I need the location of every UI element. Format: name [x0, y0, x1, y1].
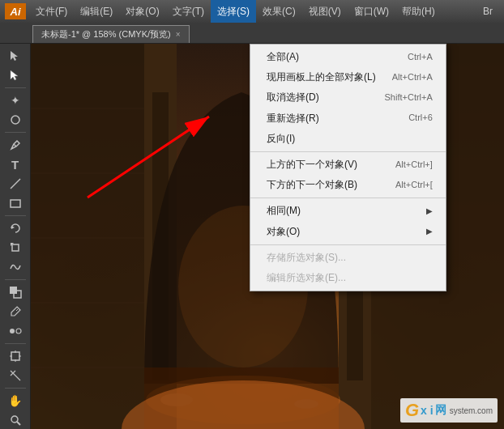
tool-type[interactable]: T — [4, 155, 27, 173]
menu-text[interactable]: 文字(T) — [166, 0, 211, 23]
menu-item-all[interactable]: 全部(A) Ctrl+A — [250, 47, 446, 67]
select-menu-dropdown: 全部(A) Ctrl+A 现用画板上的全部对象(L) Alt+Ctrl+A 取消… — [250, 44, 446, 291]
menu-item-reselect[interactable]: 重新选择(R) Ctrl+6 — [250, 108, 446, 129]
svg-line-9 — [16, 309, 18, 311]
tool-rect[interactable] — [4, 194, 27, 212]
menu-item-same[interactable]: 相同(M) ▶ — [250, 201, 446, 221]
menu-bar: 文件(F) 编辑(E) 对象(O) 文字(T) 选择(S) 效果(C) 视图(V… — [29, 0, 499, 23]
toolbar-separator-4 — [5, 279, 26, 280]
menu-separator-3 — [250, 244, 446, 245]
tool-zoom[interactable] — [4, 411, 27, 429]
menu-item-edit-selection: 编辑所选对象(E)... — [250, 268, 446, 288]
tool-eyedropper[interactable] — [4, 303, 27, 321]
tool-artboard[interactable] — [4, 347, 27, 365]
menu-item-active-artboard[interactable]: 现用画板上的全部对象(L) Alt+Ctrl+A — [250, 67, 446, 87]
watermark: G x i 网 system.com — [400, 398, 498, 423]
menu-separator-1 — [250, 151, 446, 152]
menu-edit[interactable]: 编辑(E) — [74, 0, 119, 23]
menu-view[interactable]: 视图(V) — [302, 0, 348, 23]
menu-item-next-above[interactable]: 上方的下一个对象(V) Alt+Ctrl+] — [250, 155, 446, 175]
svg-point-11 — [16, 329, 21, 333]
menu-help[interactable]: 帮助(H) — [395, 0, 442, 23]
tool-warp[interactable] — [4, 258, 27, 276]
menu-object[interactable]: 对象(O) — [119, 0, 165, 23]
svg-line-3 — [11, 179, 20, 189]
tool-pen[interactable] — [4, 136, 27, 154]
tool-blend[interactable] — [4, 322, 27, 340]
toolbar-separator-3 — [5, 215, 26, 216]
tab-close-button[interactable]: × — [176, 30, 181, 39]
menu-window[interactable]: 窗口(W) — [348, 0, 395, 23]
watermark-logo-xi: x i — [421, 404, 434, 417]
tab-bar: 未标题-1* @ 158% (CMYK/预览) × — [0, 23, 504, 44]
app-logo: Ai — [5, 3, 26, 19]
tool-scale[interactable] — [4, 239, 27, 257]
title-bar: Ai 文件(F) 编辑(E) 对象(O) 文字(T) 选择(S) 效果(C) 视… — [0, 0, 504, 23]
toolbar-separator-6 — [5, 388, 26, 389]
watermark-logo-g: G — [405, 400, 419, 421]
document-tab[interactable]: 未标题-1* @ 158% (CMYK/预览) × — [32, 25, 190, 43]
menu-separator-2 — [250, 198, 446, 198]
svg-rect-4 — [11, 200, 20, 207]
menu-item-save-selection: 存储所选对象(S)... — [250, 248, 446, 268]
menu-item-object[interactable]: 对象(O) ▶ — [250, 222, 446, 242]
canvas-area: 全部(A) Ctrl+A 现用画板上的全部对象(L) Alt+Ctrl+A 取消… — [31, 44, 504, 429]
tool-rotate[interactable] — [4, 219, 27, 237]
svg-point-2 — [11, 116, 19, 124]
main-area: ✦ T — [0, 44, 504, 429]
watermark-logo-site: 网 — [435, 403, 446, 418]
tool-line[interactable] — [4, 175, 27, 193]
tool-fill[interactable] — [4, 283, 27, 301]
tool-lasso[interactable] — [4, 111, 27, 129]
svg-rect-12 — [11, 352, 19, 360]
tool-slice[interactable] — [4, 367, 27, 384]
menu-item-deselect[interactable]: 取消选择(D) Shift+Ctrl+A — [250, 87, 446, 108]
svg-marker-5 — [11, 226, 15, 229]
svg-point-17 — [11, 416, 18, 423]
svg-point-10 — [10, 329, 15, 333]
toolbar-separator-2 — [5, 132, 26, 133]
toolbar-separator-1 — [5, 87, 26, 88]
tool-magic-wand[interactable]: ✦ — [4, 91, 27, 109]
menu-file[interactable]: 文件(F) — [29, 0, 74, 23]
tool-hand[interactable]: ✋ — [4, 392, 27, 410]
tool-select[interactable] — [4, 47, 27, 65]
svg-marker-0 — [11, 51, 18, 61]
menu-item-next-below[interactable]: 下方的下一个对象(B) Alt+Ctrl+[ — [250, 175, 446, 195]
menu-select[interactable]: 选择(S) — [211, 0, 256, 23]
menu-bridge[interactable]: Br — [476, 0, 499, 23]
left-toolbar: ✦ T — [0, 44, 31, 429]
tab-label: 未标题-1* @ 158% (CMYK/预览) — [41, 28, 171, 40]
menu-effect[interactable]: 效果(C) — [256, 0, 302, 23]
svg-rect-6 — [12, 244, 19, 251]
tool-direct-select[interactable] — [4, 66, 27, 84]
svg-marker-1 — [11, 70, 18, 80]
svg-line-18 — [17, 422, 20, 425]
menu-item-inverse[interactable]: 反向(I) — [250, 129, 446, 149]
watermark-domain: system.com — [450, 406, 493, 415]
toolbar-separator-5 — [5, 343, 26, 344]
